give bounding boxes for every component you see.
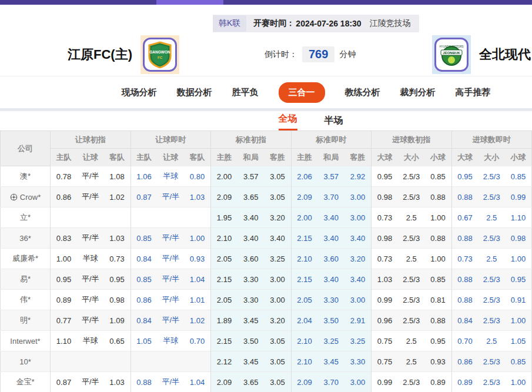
odds-cell: 2.5/3 <box>398 290 425 310</box>
sub-header: 主队 <box>51 149 78 166</box>
odds-cell: 1.00 <box>51 249 78 269</box>
odds-row: 10*2.123.453.052.103.453.300.752.50.930.… <box>1 351 532 372</box>
odds-cell: 1.03 <box>104 228 131 249</box>
company-cell[interactable]: 立* <box>1 207 51 228</box>
sub-header: 大小 <box>479 149 506 166</box>
odds-cell: 0.81 <box>425 290 452 310</box>
odds-cell: 3.05 <box>265 187 292 207</box>
odds-cell: 2.06 <box>291 166 318 187</box>
odds-cell: 2.10 <box>291 249 318 269</box>
odds-cell <box>77 207 104 228</box>
top-horizontal-scrollbar[interactable] <box>0 0 532 5</box>
company-cell[interactable]: 伟* <box>1 290 51 310</box>
odds-cell: 0.87 <box>131 187 158 207</box>
football-icon <box>10 193 18 201</box>
odds-cell <box>51 351 78 372</box>
odds-cell: 2.5/3 <box>398 269 425 290</box>
company-cell[interactable]: 金宝* <box>1 372 51 392</box>
odds-cell: 2.5/3 <box>479 187 506 207</box>
odds-row: 威廉希*1.00半球0.730.84平/半0.932.053.603.252.1… <box>1 249 532 269</box>
odds-cell: 1.04 <box>184 372 211 392</box>
company-name: Crow* <box>20 193 41 202</box>
nav-tab-3[interactable]: 胜平负 <box>232 87 259 98</box>
away-team-logo: JEONBUK HYUNDAI MOTORS <box>432 35 471 74</box>
company-cell[interactable]: 36* <box>1 228 51 249</box>
odds-cell: 2.5 <box>398 249 425 269</box>
odds-cell <box>104 351 131 372</box>
odds-cell: 0.73 <box>372 207 399 228</box>
odds-cell: 1.02 <box>184 310 211 331</box>
company-cell[interactable]: 澳* <box>1 166 51 187</box>
subtab-2[interactable]: 半场 <box>324 115 343 130</box>
svg-text:FC: FC <box>158 56 163 59</box>
kickoff-time: 2024-07-26 18:30 <box>296 19 361 28</box>
odds-cell: 2.09 <box>291 187 318 207</box>
sub-header: 小球 <box>505 149 532 166</box>
sub-header: 客胜 <box>265 149 292 166</box>
odds-cell: 2.5/3 <box>398 310 425 331</box>
odds-cell: 3.40 <box>237 207 265 228</box>
company-cell[interactable]: Crow* <box>1 187 51 207</box>
subtab-1[interactable]: 全场 <box>279 113 297 130</box>
odds-cell: 0.88 <box>425 187 452 207</box>
odds-cell: 2.5 <box>479 249 506 269</box>
nav-tab-7[interactable]: 高手推荐 <box>456 87 491 98</box>
company-cell[interactable]: 明* <box>1 310 51 331</box>
league-badge[interactable]: 韩K联 <box>213 15 246 32</box>
odds-cell <box>131 351 158 372</box>
company-name: 明* <box>20 316 31 324</box>
odds-row: 易*0.95平/半0.950.85平/半1.042.153.303.002.15… <box>1 269 532 290</box>
odds-cell: 3.50 <box>318 310 345 331</box>
odds-cell: 3.65 <box>237 372 265 392</box>
odds-cell: 0.84 <box>451 310 479 331</box>
sub-header: 大小 <box>398 149 425 166</box>
countdown-label: 倒计时： <box>265 49 297 60</box>
odds-cell: 2.05 <box>291 290 318 310</box>
nav-tab-6[interactable]: 裁判分析 <box>400 87 436 98</box>
odds-cell: 0.88 <box>425 310 452 331</box>
odds-cell: 0.93 <box>184 249 211 269</box>
nav-tab-4[interactable]: 三合一 <box>279 82 325 103</box>
odds-cell: 2.5 <box>479 207 506 228</box>
odds-cell: 2.00 <box>211 166 238 187</box>
odds-cell: 0.83 <box>51 228 78 249</box>
odds-cell: 0.89 <box>51 290 78 310</box>
sub-header: 主队 <box>131 149 158 166</box>
odds-cell: 0.77 <box>51 310 78 331</box>
home-team-logo: GANGWON FC <box>140 35 179 74</box>
home-team: 江原FC(主) GANGWON FC <box>68 32 179 76</box>
odds-table: 公司让球初指让球即时标准初指标准即时进球数初指进球数即时 主队让球客队主队让球客… <box>0 130 532 392</box>
nav-tab-2[interactable]: 数据分析 <box>177 87 212 98</box>
odds-cell: 平/半 <box>77 290 104 310</box>
away-team-name: 全北现代 <box>479 46 531 63</box>
odds-cell: 0.98 <box>372 228 399 249</box>
odds-cell: 0.95 <box>51 269 78 290</box>
odds-cell: 2.5/3 <box>479 228 506 249</box>
nav-tab-5[interactable]: 教练分析 <box>345 87 380 98</box>
scrollbar-thumb[interactable] <box>156 0 223 5</box>
odds-cell: 1.06 <box>131 166 158 187</box>
nav-tab-1[interactable]: 现场分析 <box>122 87 157 98</box>
away-team: JEONBUK HYUNDAI MOTORS 全北现代 <box>432 32 531 76</box>
odds-cell: 3.20 <box>344 249 372 269</box>
odds-cell: 平/半 <box>158 187 185 207</box>
company-name: 金宝* <box>16 377 34 386</box>
company-cell[interactable]: Interwet* <box>1 331 51 351</box>
odds-cell: 3.50 <box>237 331 265 351</box>
odds-cell <box>158 207 185 228</box>
company-cell[interactable]: 威廉希* <box>1 249 51 269</box>
odds-cell: 3.60 <box>318 249 345 269</box>
odds-cell: 2.05 <box>211 249 238 269</box>
odds-cell: 3.40 <box>318 207 345 228</box>
period-subtabs: 全场半场 <box>0 111 532 130</box>
company-cell[interactable]: 易* <box>1 269 51 290</box>
odds-cell: 3.40 <box>265 228 292 249</box>
odds-cell: 0.75 <box>372 351 399 372</box>
company-cell[interactable]: 10* <box>1 351 51 372</box>
odds-cell: 0.95 <box>505 269 532 290</box>
company-name: 澳* <box>20 172 31 180</box>
odds-cell: 2.5 <box>479 331 506 351</box>
odds-cell <box>184 207 211 228</box>
odds-cell: 2.5/3 <box>479 310 506 331</box>
company-name: Interwet* <box>10 337 40 346</box>
